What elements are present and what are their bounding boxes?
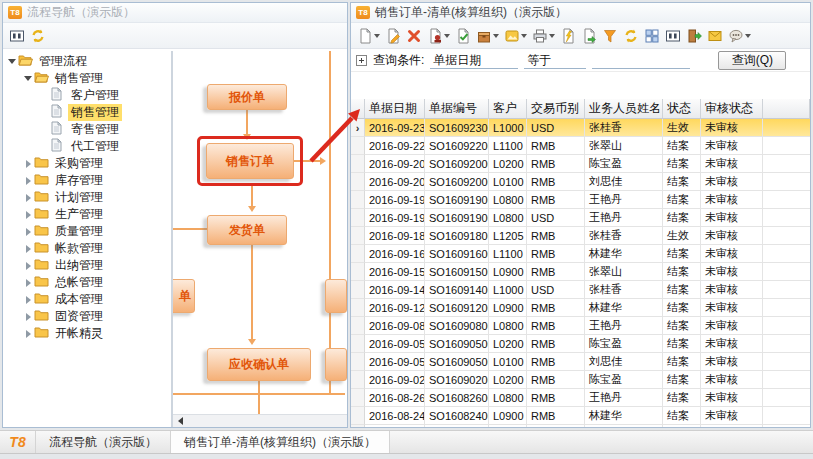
table-row[interactable]: 2016-09-20SO160920001L0100RMB刘思佳结案未审核 [351,173,810,191]
table-cell[interactable]: SO160824001 [425,407,489,425]
copy-forward-icon[interactable] [580,27,598,45]
table-cell[interactable]: 陈宝盈 [585,155,663,173]
table-cell[interactable]: 结案 [663,281,701,299]
table-cell[interactable]: 王艳丹 [585,317,663,335]
table-cell[interactable]: L0800 [489,191,527,209]
tree-item-质量管理[interactable]: 质量管理 [3,223,171,240]
comment-icon[interactable] [727,27,752,45]
table-cell[interactable]: 结案 [663,155,701,173]
tree-twistie-icon[interactable] [22,228,34,236]
table-row[interactable]: 2016-09-19SO160919001L0800USD王艳丹结案未审核 [351,209,810,227]
table-cell[interactable]: 林建华 [585,407,663,425]
tree-item-开帐精灵[interactable]: 开帐精灵 [3,325,171,342]
flowchart-hscrollbar[interactable] [173,414,347,427]
export-image-icon[interactable] [503,27,528,45]
column-header[interactable]: 单据日期 [365,99,425,119]
table-row[interactable]: 2016-09-15SO160915001L0900RMB张翠山结案未审核 [351,263,810,281]
table-row[interactable]: 2016-09-02SO160902001L0200RMB陈宝盈结案未审核 [351,371,810,389]
table-cell[interactable]: RMB [527,245,585,263]
table-row[interactable]: ›2016-09-23SO160923001L1000USD张桂香生效未审核 [351,119,810,137]
table-row[interactable]: 2016-08-24SO160824001L0900RMB林建华结案未审核 [351,407,810,425]
tree-item-帐款管理[interactable]: 帐款管理 [3,240,171,257]
table-row[interactable]: 2016-09-14SO160914001L1000USD张桂香结案未审核 [351,281,810,299]
tree-twistie-icon[interactable] [22,313,34,321]
tree-item-销售管理[interactable]: 销售管理 [3,104,171,121]
table-cell[interactable]: L0800 [489,317,527,335]
column-header[interactable]: 单据编号 [425,99,489,119]
table-cell[interactable]: L1000 [489,281,527,299]
tree-item-计划管理[interactable]: 计划管理 [3,189,171,206]
table-cell[interactable]: 结案 [663,335,701,353]
flow-node-quotation[interactable]: 报价单 [207,84,287,110]
column-header[interactable]: 状态 [663,99,701,119]
table-cell[interactable]: SO160922001 [425,137,489,155]
table-cell[interactable]: L0800 [489,389,527,407]
tree-twistie-icon[interactable] [22,245,34,253]
text-columns-icon[interactable] [8,27,26,45]
table-cell[interactable]: SO160826001 [425,389,489,407]
table-cell[interactable]: RMB [527,407,585,425]
table-cell[interactable]: 结案 [663,425,701,427]
table-cell[interactable]: 2016-08-23 [365,425,425,427]
tree-twistie-icon[interactable] [22,160,34,168]
tree-item-生产管理[interactable]: 生产管理 [3,206,171,223]
scroll-left-button[interactable] [173,415,187,427]
tree-twistie-icon[interactable] [22,177,34,185]
table-cell[interactable]: RMB [527,389,585,407]
tree-twistie-icon[interactable] [22,296,34,304]
table-cell[interactable]: 王艳丹 [585,191,663,209]
column-header[interactable]: 业务人员姓名 [585,99,663,119]
table-cell[interactable]: 未审核 [701,353,763,371]
table-cell[interactable]: 生效 [663,119,701,137]
table-cell[interactable]: 2016-09-02 [365,371,425,389]
table-cell[interactable]: 2016-09-08 [365,317,425,335]
table-cell[interactable]: 2016-09-23 [365,119,425,137]
table-row[interactable]: 2016-08-26SO160826001L0800RMB王艳丹结案未审核 [351,389,810,407]
table-cell[interactable]: L0200 [489,155,527,173]
table-row[interactable]: 2016-09-22SO160922001L1100RMB张翠山结案未审核 [351,137,810,155]
tree-item-代工管理[interactable]: 代工管理 [3,138,171,155]
tree-item-总帐管理[interactable]: 总帐管理 [3,274,171,291]
table-cell[interactable]: SO160919002 [425,191,489,209]
table-cell[interactable]: L0900 [489,299,527,317]
tree-twistie-icon[interactable] [6,59,18,64]
table-row[interactable]: 2016-09-12SO160912001L0900RMB林建华结案未审核 [351,299,810,317]
table-cell[interactable]: 张翠山 [585,263,663,281]
table-cell[interactable]: 2016-09-18 [365,227,425,245]
table-cell[interactable]: 未审核 [701,263,763,281]
edit-document-icon[interactable] [384,27,402,45]
table-cell[interactable]: 结案 [663,389,701,407]
table-cell[interactable]: SO160920002 [425,155,489,173]
query-operator-select[interactable]: 等于 [524,52,586,69]
table-cell[interactable]: 2016-09-19 [365,209,425,227]
table-cell[interactable]: SO160920001 [425,173,489,191]
table-cell[interactable]: SO160919001 [425,209,489,227]
table-cell[interactable]: 未审核 [701,281,763,299]
table-cell[interactable]: 未审核 [701,335,763,353]
table-cell[interactable]: L0200 [489,335,527,353]
query-field-select[interactable]: 单据日期 [430,52,518,69]
tree-twistie-icon[interactable] [22,211,34,219]
query-value-input[interactable] [592,52,690,69]
table-cell[interactable]: 2016-09-22 [365,137,425,155]
flow-node-delivery[interactable]: 发货单 [207,215,287,245]
table-cell[interactable]: 张翠山 [585,425,663,427]
refresh-icon[interactable] [29,27,47,45]
approve-document-icon[interactable] [454,27,472,45]
column-header[interactable]: 客户 [489,99,527,119]
print-icon[interactable] [531,27,556,45]
table-cell[interactable]: 未审核 [701,407,763,425]
table-cell[interactable]: 结案 [663,407,701,425]
table-cell[interactable]: SO160902001 [425,371,489,389]
flow-node-partial-left[interactable]: 单 [173,279,195,313]
table-row[interactable]: 2016-09-05SO160905001L0100RMB刘思佳结案未审核 [351,353,810,371]
table-cell[interactable]: 张桂香 [585,281,663,299]
table-cell[interactable]: RMB [527,335,585,353]
table-cell[interactable]: L0800 [489,209,527,227]
mail-icon[interactable] [706,27,724,45]
expand-query-icon[interactable] [356,55,367,66]
table-cell[interactable]: 结案 [663,245,701,263]
tree-item-出纳管理[interactable]: 出纳管理 [3,257,171,274]
table-cell[interactable]: 2016-08-24 [365,407,425,425]
column-header[interactable]: 交易币别 [527,99,585,119]
